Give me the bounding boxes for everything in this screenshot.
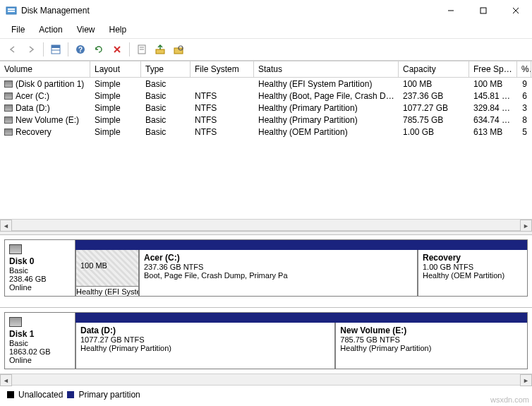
maximize-button[interactable]: [467, 0, 500, 21]
volume-row[interactable]: (Disk 0 partition 1)SimpleBasicHealthy (…: [0, 78, 532, 90]
horizontal-scrollbar[interactable]: ◄ ►: [0, 219, 532, 231]
partition-color-bar: [75, 240, 527, 250]
upload-button[interactable]: [152, 41, 169, 58]
partition-new-volume-e[interactable]: New Volume (E:) 785.75 GB NTFS Healthy (…: [335, 323, 527, 369]
svg-text:?: ?: [78, 46, 83, 54]
tooltip: Healthy (EFI System Partition): [75, 286, 139, 296]
partition-efi[interactable]: 100 MB Healthy (EFI System Partition): [75, 250, 139, 296]
legend-swatch-primary: [67, 391, 74, 398]
legend: Unallocated Primary partition: [0, 386, 532, 404]
volume-row[interactable]: Acer (C:)SimpleBasicNTFSHealthy (Boot, P…: [0, 90, 532, 102]
forward-button: [23, 41, 40, 58]
drive-icon: [4, 117, 13, 124]
toolbar-separator: [129, 42, 130, 56]
toolbar: ?: [0, 39, 532, 61]
disk-0-info: Disk 0 Basic 238.46 GB Online: [5, 240, 75, 296]
horizontal-scrollbar-2[interactable]: ◄ ►: [0, 374, 532, 386]
disk-icon: [9, 317, 22, 327]
col-layout[interactable]: Layout: [90, 61, 141, 77]
scroll-left-button[interactable]: ◄: [0, 374, 12, 386]
scroll-right-button[interactable]: ►: [520, 374, 532, 386]
col-volume[interactable]: Volume: [0, 61, 90, 77]
legend-unallocated: Unallocated: [18, 390, 63, 400]
menu-file[interactable]: File: [6, 23, 30, 37]
drive-icon: [4, 105, 13, 112]
volume-row[interactable]: Data (D:)SimpleBasicNTFSHealthy (Primary…: [0, 102, 532, 114]
col-filesystem[interactable]: File System: [191, 61, 254, 77]
col-free[interactable]: Free Spa...: [469, 61, 517, 77]
help-button[interactable]: ?: [72, 41, 89, 58]
settings-button[interactable]: [170, 41, 187, 58]
col-status[interactable]: Status: [254, 61, 399, 77]
titlebar[interactable]: Disk Management: [0, 0, 532, 21]
menu-action[interactable]: Action: [33, 23, 68, 37]
back-button: [4, 41, 21, 58]
refresh-button[interactable]: [90, 41, 107, 58]
disk-icon: [9, 244, 22, 254]
disk-1-row[interactable]: Disk 1 Basic 1863.02 GB Online Data (D:)…: [4, 312, 528, 369]
toolbar-separator: [43, 42, 44, 56]
partition-recovery[interactable]: Recovery 1.00 GB NTFS Healthy (OEM Parti…: [418, 250, 527, 296]
svg-rect-17: [156, 49, 164, 54]
svg-rect-2: [8, 11, 15, 12]
drive-icon: [4, 129, 13, 136]
minimize-button[interactable]: [435, 0, 467, 21]
watermark: wsxdn.com: [490, 395, 529, 404]
legend-swatch-unallocated: [7, 391, 14, 398]
col-capacity[interactable]: Capacity: [399, 61, 469, 77]
disk-1-info: Disk 1 Basic 1863.02 GB Online: [5, 313, 75, 369]
drive-icon: [4, 80, 13, 88]
window-title: Disk Management: [21, 6, 90, 16]
col-percent[interactable]: %: [517, 61, 531, 77]
menu-view[interactable]: View: [71, 23, 101, 37]
legend-primary: Primary partition: [78, 390, 140, 400]
menubar: File Action View Help: [0, 21, 532, 39]
column-headers: Volume Layout Type File System Status Ca…: [0, 61, 532, 78]
partition-color-bar: [75, 313, 527, 323]
svg-rect-8: [52, 45, 60, 48]
svg-rect-4: [480, 8, 486, 13]
show-hide-button[interactable]: [47, 41, 64, 58]
toolbar-separator: [68, 42, 68, 56]
partition-acer-c[interactable]: Acer (C:) 237.36 GB NTFS Boot, Page File…: [139, 250, 418, 296]
volume-row[interactable]: New Volume (E:)SimpleBasicNTFSHealthy (P…: [0, 114, 532, 126]
scroll-left-button[interactable]: ◄: [0, 220, 12, 232]
disk-map: Disk 0 Basic 238.46 GB Online 100 MB Hea…: [0, 239, 532, 369]
svg-rect-1: [8, 8, 15, 10]
volume-row[interactable]: RecoverySimpleBasicNTFSHealthy (OEM Part…: [0, 126, 532, 138]
delete-button[interactable]: [109, 41, 126, 58]
partition-data-d[interactable]: Data (D:) 1077.27 GB NTFS Healthy (Prima…: [75, 323, 335, 369]
disk-0-row[interactable]: Disk 0 Basic 238.46 GB Online 100 MB Hea…: [4, 239, 528, 297]
drive-icon: [4, 92, 13, 100]
menu-help[interactable]: Help: [104, 23, 133, 37]
col-type[interactable]: Type: [141, 61, 191, 77]
scroll-right-button[interactable]: ►: [520, 220, 532, 232]
splitter[interactable]: [0, 231, 532, 235]
properties-button[interactable]: [133, 41, 150, 58]
volume-list: Volume Layout Type File System Status Ca…: [0, 61, 532, 219]
app-icon: [6, 5, 17, 16]
close-button[interactable]: [500, 0, 532, 21]
